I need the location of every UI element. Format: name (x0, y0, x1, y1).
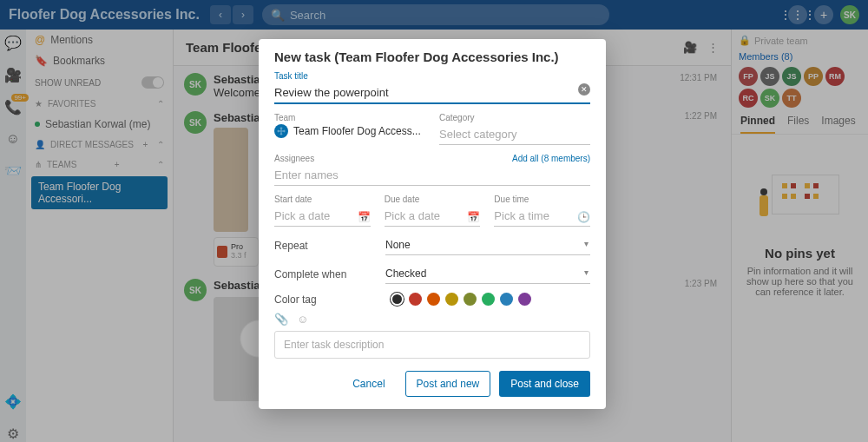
color-tag-option[interactable] (500, 293, 513, 306)
add-all-link[interactable]: Add all (8 members) (512, 154, 590, 163)
svg-point-4 (278, 130, 279, 132)
color-tag-option[interactable] (518, 293, 531, 306)
post-and-new-button[interactable]: Post and new (405, 371, 491, 397)
color-tag-option[interactable] (464, 293, 477, 306)
attachment-icon[interactable]: 📎 (274, 313, 288, 326)
repeat-label: Repeat (274, 240, 385, 252)
calendar-icon[interactable]: 📅 (358, 211, 371, 223)
category-label: Category (439, 113, 590, 122)
start-date-label: Start date (274, 195, 371, 204)
due-date-input[interactable] (385, 206, 481, 227)
team-chip[interactable]: Team Floofer Dog Access... (274, 124, 425, 138)
color-tag-option[interactable] (391, 293, 404, 306)
team-label: Team (274, 113, 425, 122)
repeat-select[interactable]: None (385, 235, 590, 255)
assignees-label: AssigneesAdd all (8 members) (274, 154, 590, 163)
task-title-label: Task title (274, 71, 590, 81)
complete-when-select[interactable]: Checked (385, 264, 590, 284)
svg-point-0 (280, 130, 283, 133)
cancel-button[interactable]: Cancel (341, 371, 396, 397)
color-tag-option[interactable] (427, 293, 440, 306)
svg-point-1 (280, 128, 282, 129)
due-time-input[interactable] (494, 206, 590, 227)
team-icon (274, 124, 288, 138)
color-tag-option[interactable] (445, 293, 458, 306)
new-task-modal: New task (Team Floofer Dog Accessories I… (259, 39, 606, 409)
post-and-close-button[interactable]: Post and close (499, 371, 590, 397)
complete-when-label: Complete when (274, 268, 385, 280)
task-title-input[interactable] (274, 82, 590, 104)
calendar-icon[interactable]: 📅 (467, 211, 480, 223)
clear-icon[interactable]: ✕ (578, 83, 590, 96)
svg-point-3 (280, 134, 282, 135)
color-tag-option[interactable] (482, 293, 495, 306)
assignees-input[interactable] (274, 165, 590, 186)
due-time-label: Due time (494, 195, 590, 204)
color-tag-option[interactable] (409, 293, 422, 306)
modal-title: New task (Team Floofer Dog Accessories I… (274, 49, 590, 64)
color-tag-label: Color tag (274, 294, 385, 306)
emoji-icon[interactable]: ☺ (297, 313, 308, 326)
description-input[interactable]: Enter task description (274, 331, 590, 359)
due-date-label: Due date (385, 195, 481, 204)
category-input[interactable] (439, 124, 590, 145)
clock-icon[interactable]: 🕒 (577, 211, 590, 223)
start-date-input[interactable] (274, 206, 371, 227)
svg-point-2 (284, 130, 286, 132)
